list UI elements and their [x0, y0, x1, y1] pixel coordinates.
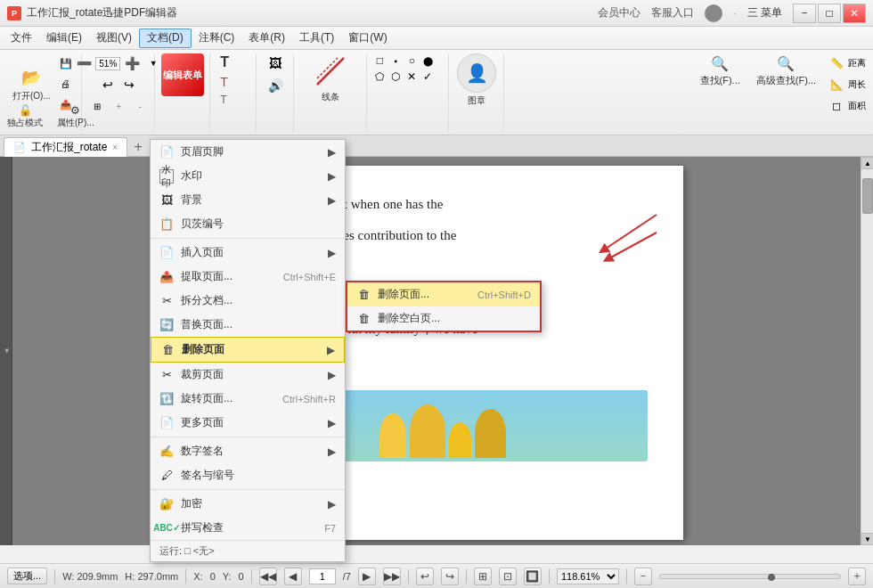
drop-rotate-page[interactable]: 🔃 旋转页面... Ctrl+Shift+R [151, 387, 345, 411]
minimize-button[interactable]: － [793, 4, 816, 23]
edit-form-button[interactable]: 编辑表单 [161, 53, 204, 96]
next-page-status-button[interactable]: ▶ [358, 568, 376, 585]
stamp-button[interactable]: 👤 [457, 53, 496, 93]
next-page-button[interactable]: ↪ [119, 75, 139, 94]
drop-bates[interactable]: 📋 贝茨编号 [151, 212, 345, 236]
right-tools: 📏 距离 📐 周长 ◻ 面积 [827, 53, 866, 116]
polygon-button[interactable]: ⬠ [372, 69, 387, 84]
scroll-down-button[interactable]: ▼ [861, 533, 873, 545]
menu-window[interactable]: 窗口(W) [341, 29, 394, 48]
zoom-out-status-button[interactable]: － [634, 568, 652, 585]
image-button[interactable]: 🖼 [265, 53, 285, 73]
prev-page-button[interactable]: ↩ [98, 75, 118, 94]
sub-delete-blank-label: 删除空白页... [378, 311, 531, 326]
zoom-in2-button[interactable]: + [109, 96, 128, 116]
zoom-slider[interactable] [659, 574, 841, 579]
page-number-input[interactable] [309, 568, 336, 584]
background-label: 背景 [181, 192, 321, 208]
text-button[interactable]: T [217, 53, 249, 71]
drop-more-page[interactable]: 📄 更多页面 ▶ [151, 411, 345, 435]
drop-header-footer[interactable]: 📄 页眉页脚 ▶ [151, 140, 345, 164]
drop-delete-page[interactable]: 🗑 删除页面 ▶ [151, 337, 345, 363]
drop-spell-check[interactable]: ABC✓ 拼写检查 F7 [151, 516, 345, 540]
sub-delete-blank[interactable]: 🗑 删除空白页... [347, 306, 540, 331]
zoom-select[interactable]: 118.61% 100% 75% 50% [557, 568, 619, 584]
menu-edit[interactable]: 编辑(E) [39, 29, 89, 48]
line-button[interactable] [313, 53, 348, 89]
undo-button[interactable]: ↩ [416, 568, 434, 585]
distance-row: 📏 距离 [827, 53, 866, 73]
left-panel-label: ◄ [2, 347, 10, 355]
menu-label[interactable]: 三 菜单 [747, 5, 782, 20]
area-label: 面积 [848, 100, 866, 112]
distance-button[interactable]: 📏 [827, 53, 846, 73]
distance-label: 距离 [848, 57, 866, 69]
menu-file[interactable]: 文件 [4, 29, 39, 48]
menu-document[interactable]: 文档(D) [139, 29, 192, 48]
tab-main[interactable]: 📄 工作汇报_rotate × [4, 137, 127, 157]
drop-encrypt[interactable]: 🔐 加密 ▶ [151, 492, 345, 516]
tab-close[interactable]: × [112, 143, 118, 152]
scroll-thumb[interactable] [862, 178, 873, 214]
rect-button[interactable]: □ [372, 53, 387, 68]
more-page-arrow: ▶ [328, 417, 336, 429]
zoom-out2-button[interactable]: - [130, 96, 150, 116]
exclusive-mode-button[interactable]: 🔓 独占模式 [4, 102, 46, 131]
prev-page-status-button[interactable]: ◀ [284, 568, 302, 585]
select-options-button[interactable]: 选项... [7, 568, 47, 584]
drop-crop-page[interactable]: ✂ 裁剪页面 ▶ [151, 363, 345, 387]
scroll-up-button[interactable]: ▲ [861, 157, 873, 169]
drop-digital-sign[interactable]: ✍ 数字签名 ▶ [151, 439, 345, 463]
sub-delete-shortcut: Ctrl+Shift+D [477, 290, 531, 300]
fit-button[interactable]: ⊞ [474, 568, 492, 585]
membership-link[interactable]: 会员中心 [598, 5, 640, 20]
zoom-slider-thumb[interactable] [768, 574, 775, 581]
perimeter-button[interactable]: 📐 [827, 75, 846, 94]
menu-view[interactable]: 视图(V) [89, 29, 139, 48]
fill-circle-button[interactable]: ⬤ [420, 53, 435, 68]
fit3-button[interactable]: 🔲 [524, 568, 542, 585]
open-button[interactable]: 📂 打开(O)... [9, 63, 54, 104]
check-button[interactable]: ✓ [420, 69, 435, 84]
add-tab-button[interactable]: + [129, 138, 147, 156]
y-value: 0 [239, 571, 244, 582]
zoom-out-button[interactable]: ➖ [74, 53, 94, 73]
maximize-button[interactable]: □ [818, 4, 841, 23]
support-link[interactable]: 客服入口 [651, 5, 694, 20]
cross-button[interactable]: ✕ [404, 69, 419, 84]
drop-insert-page[interactable]: 📄 插入页面 ▶ [151, 241, 345, 265]
find-button[interactable]: 🔍 查找(F)... [695, 53, 746, 89]
print-button[interactable]: 🖨 [56, 74, 76, 94]
fill-polygon-button[interactable]: ⬡ [388, 69, 403, 84]
user-avatar[interactable] [705, 4, 722, 22]
drop-watermark[interactable]: 水印 水印 ▶ [151, 164, 345, 188]
circle-button[interactable]: ○ [404, 53, 419, 68]
fit2-button[interactable]: ⊡ [499, 568, 517, 585]
fill-rect-button[interactable]: ▪ [388, 53, 403, 68]
area-button[interactable]: ◻ [827, 96, 846, 116]
redo-button[interactable]: ↪ [441, 568, 459, 585]
save-button[interactable]: 💾 [56, 53, 76, 73]
first-page-button[interactable]: ◀◀ [259, 568, 277, 585]
sub-delete-page[interactable]: 🗑 删除页面... Ctrl+Shift+D [347, 282, 540, 306]
text2-button[interactable]: T [217, 74, 249, 90]
last-page-button[interactable]: ▶▶ [383, 568, 401, 585]
menu-form[interactable]: 表单(R) [241, 29, 292, 48]
sub-delete-blank-icon: 🗑 [356, 312, 371, 326]
text3-button[interactable]: T [217, 93, 249, 107]
close-button[interactable]: ✕ [843, 4, 866, 23]
zoom-in-status-button[interactable]: ＋ [848, 568, 866, 585]
audio-button[interactable]: 🔊 [265, 76, 285, 95]
advanced-find-button[interactable]: 🔍 高级查找(F)... [751, 53, 821, 89]
drop-replace-page[interactable]: 🔄 普换页面... [151, 313, 345, 337]
drop-extract-page[interactable]: 📤 提取页面... Ctrl+Shift+E [151, 265, 345, 289]
drop-background[interactable]: 🖼 背景 ▶ [151, 188, 345, 212]
zoom-in-button[interactable]: ➕ [122, 53, 142, 73]
text2-icon: T [220, 75, 228, 89]
menu-comment[interactable]: 注释(C) [192, 29, 242, 48]
drop-split-doc[interactable]: ✂ 拆分文档... [151, 289, 345, 313]
properties-button[interactable]: ⚙ 属性(P)... [53, 102, 98, 131]
left-panel: ◄ [0, 157, 12, 545]
menu-tools[interactable]: 工具(T) [292, 29, 341, 48]
drop-sign-seal[interactable]: 🖊 签名与缩号 [151, 463, 345, 487]
